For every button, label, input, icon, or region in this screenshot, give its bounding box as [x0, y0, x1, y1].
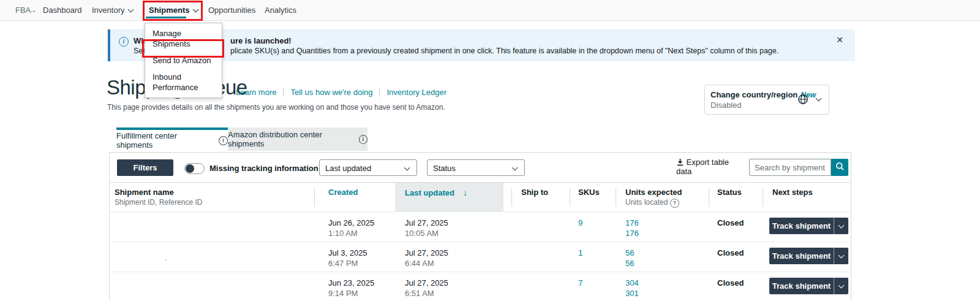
track-shipment-split-button: Track shipment	[769, 248, 848, 264]
divider	[379, 88, 380, 97]
created-time: 1:10 AM	[328, 229, 358, 238]
menu-item-inbound-performance[interactable]: Inbound Performance	[145, 69, 222, 96]
search-icon	[835, 162, 845, 171]
units-expected-link[interactable]: 176	[625, 218, 639, 227]
search-input[interactable]	[749, 159, 831, 176]
next-steps-dropdown-button[interactable]	[834, 248, 848, 264]
missing-tracking-toggle[interactable]	[184, 163, 205, 174]
table-body: Jun 26, 2025 1:10 AM Jul 27, 2025 10:05 …	[110, 211, 851, 301]
chevron-down-icon	[512, 165, 518, 171]
track-shipment-button[interactable]: Track shipment	[769, 248, 834, 264]
menu-item-manage-shipments[interactable]: Manage Shipments	[145, 25, 222, 52]
col-header-units-expected: Units expected	[625, 188, 682, 197]
status-value: Closed	[717, 278, 744, 288]
updated-time: 10:05 AM	[405, 229, 439, 238]
download-icon	[676, 158, 684, 166]
banner-title-fragment-right: ure is launched!	[230, 36, 292, 45]
created-time: 9:14 PM	[328, 289, 358, 298]
skus-link[interactable]: 1	[578, 248, 582, 257]
table-row: Jun 26, 2025 1:10 AM Jul 27, 2025 10:05 …	[110, 211, 851, 242]
toggle-knob	[186, 164, 194, 173]
updated-date: Jul 27, 2025	[405, 248, 448, 257]
status-value: Closed	[717, 218, 744, 227]
chevron-down-icon	[839, 222, 845, 228]
filters-button[interactable]: Filters	[117, 159, 173, 176]
skus-link[interactable]: 9	[578, 218, 582, 227]
change-country-region-widget[interactable]: Change country/regionNew Disabled	[704, 85, 829, 115]
created-date: Jun 26, 2025	[328, 218, 374, 227]
updated-date: Jul 27, 2025	[405, 218, 448, 227]
chevron-down-icon	[404, 165, 410, 171]
created-time: 6:47 PM	[328, 259, 358, 268]
close-icon[interactable]: ✕	[836, 35, 843, 45]
sort-select[interactable]: Last updated	[319, 159, 417, 176]
feedback-link[interactable]: Tell us how we're doing	[290, 88, 372, 97]
nav-item-dashboard[interactable]: Dashboard	[43, 6, 82, 15]
page-subtitle: This page provides details on all the sh…	[107, 103, 445, 112]
chevron-down-icon	[128, 7, 134, 13]
updated-time: 6:51 AM	[405, 289, 434, 298]
info-icon: i	[359, 135, 368, 144]
inventory-ledger-link[interactable]: Inventory Ledger	[386, 88, 447, 97]
col-header-next-steps: Next steps	[772, 188, 813, 197]
col-header-last-updated[interactable]: Last updated↓	[405, 188, 467, 197]
globe-icon	[797, 94, 809, 105]
missing-tracking-toggle-label: Missing tracking information only	[209, 164, 337, 173]
shipment-name-fragment: .	[165, 254, 167, 262]
shipping-queue-page: FBA → Dashboard Inventory Shipments Oppo…	[0, 0, 980, 301]
banner-body-fragment-right: plicate SKU(s) and Quantities from a pre…	[230, 47, 778, 55]
shipments-dropdown-menu: Manage Shipments Send to Amazon Inbound …	[145, 23, 222, 98]
chevron-down-icon	[839, 252, 845, 258]
col-header-skus: SKUs	[578, 188, 600, 197]
col-header-created[interactable]: Created	[328, 188, 358, 197]
col-header-shipment-name: Shipment name	[115, 188, 174, 197]
updated-date: Jul 27, 2025	[405, 278, 448, 288]
track-shipment-split-button: Track shipment	[769, 218, 848, 234]
units-expected-link[interactable]: 304	[625, 278, 639, 288]
status-value: Closed	[717, 248, 744, 257]
nav-item-inventory[interactable]: Inventory	[92, 6, 133, 15]
status-select[interactable]: Status	[427, 159, 525, 176]
sort-desc-arrow-icon: ↓	[463, 188, 467, 197]
chevron-down-icon	[193, 7, 199, 13]
menu-item-send-to-amazon[interactable]: Send to Amazon	[145, 52, 222, 69]
col-header-ship-to: Ship to	[521, 188, 548, 197]
units-located-link[interactable]: 56	[625, 259, 634, 268]
next-steps-dropdown-button[interactable]	[834, 278, 848, 294]
tab-amazon-distribution-center-shipments[interactable]: Amazon distribution center shipments i	[228, 128, 368, 151]
created-date: Jun 23, 2025	[328, 278, 374, 288]
nav-item-analytics[interactable]: Analytics	[265, 6, 296, 15]
units-located-link[interactable]: 176	[625, 229, 639, 238]
export-table-data-button[interactable]: Export table data	[676, 158, 735, 176]
chevron-down-icon	[839, 282, 845, 288]
track-shipment-button[interactable]: Track shipment	[769, 278, 834, 294]
track-shipment-split-button: Track shipment	[769, 278, 848, 294]
top-nav: FBA → Dashboard Inventory Shipments Oppo…	[0, 0, 980, 21]
updated-time: 6:44 AM	[405, 259, 434, 268]
nav-item-shipments[interactable]: Shipments	[149, 6, 198, 15]
shipments-panel: Filters Missing tracking information onl…	[109, 152, 851, 301]
created-date: Jul 3, 2025	[328, 248, 368, 257]
col-subheader-units-located: Units located ?	[625, 198, 679, 208]
breadcrumb-arrow-icon: →	[29, 6, 37, 15]
search-button[interactable]	[831, 159, 848, 176]
tab-fulfillment-center-shipments[interactable]: Fulfillment center shipments i	[116, 128, 228, 151]
col-subheader-shipment-id: Shipment ID, Reference ID	[115, 198, 202, 207]
next-steps-dropdown-button[interactable]	[834, 218, 848, 234]
units-located-link[interactable]: 301	[625, 289, 639, 298]
learn-more-link[interactable]: Learn more	[236, 88, 276, 97]
chevron-down-icon	[816, 96, 822, 102]
skus-link[interactable]: 7	[578, 278, 582, 288]
table-row: . Jul 3, 2025 6:47 PM Jul 27, 2025 6:44 …	[110, 242, 851, 272]
help-icon[interactable]: ?	[670, 199, 679, 208]
nav-item-opportunities[interactable]: Opportunities	[208, 6, 255, 15]
country-widget-status: Disabled	[710, 101, 742, 110]
col-header-status: Status	[717, 188, 742, 197]
table-row: Jun 23, 2025 9:14 PM Jul 27, 2025 6:51 A…	[110, 272, 851, 301]
country-widget-label: Change country/region	[710, 90, 797, 99]
units-expected-link[interactable]: 56	[625, 248, 634, 257]
track-shipment-button[interactable]: Track shipment	[769, 218, 834, 234]
info-icon: i	[119, 37, 129, 47]
divider	[283, 88, 284, 97]
active-nav-underline	[146, 17, 186, 18]
